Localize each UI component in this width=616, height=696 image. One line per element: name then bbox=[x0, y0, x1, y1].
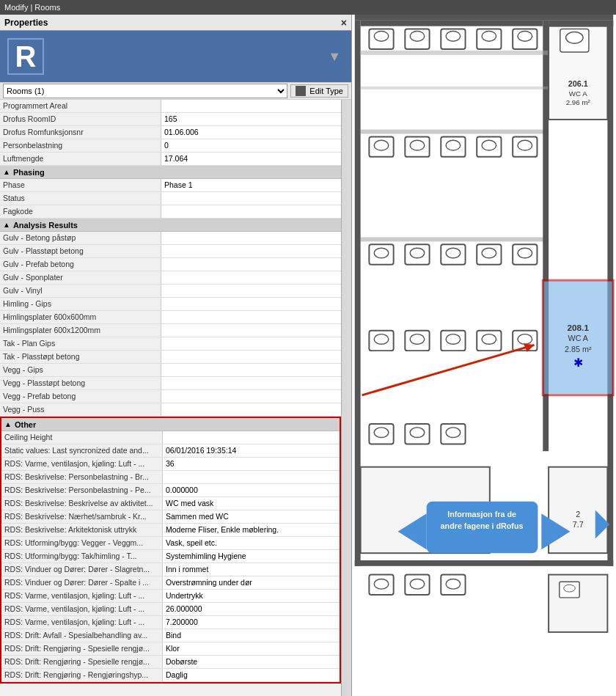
table-row: RDS: Beskrivelse: Arkitektonisk uttrykk … bbox=[1, 524, 340, 537]
prop-label: Gulv - Sponplater bbox=[0, 271, 161, 284]
prop-value: Klor bbox=[163, 642, 340, 655]
prop-label: RDS: Vinduer og Dører: Dører - Spalte i … bbox=[1, 576, 163, 589]
table-row: Vegg - Gips bbox=[0, 364, 341, 377]
prop-label: Himling - Gips bbox=[0, 298, 161, 310]
prop-value bbox=[161, 377, 341, 389]
scrollbar[interactable] bbox=[341, 100, 351, 696]
prop-label: Gulv - Betong påstøp bbox=[0, 232, 161, 244]
prop-value: 06/01/2016 19:35:14 bbox=[163, 444, 340, 457]
prop-label: RDS: Varme, ventilasjon, kjøling: Luft -… bbox=[1, 590, 163, 602]
prop-label: RDS: Vinduer og Dører: Dører - Slagretn.… bbox=[1, 563, 163, 576]
prop-value: 01.06.006 bbox=[161, 126, 341, 139]
svg-text:7.7: 7.7 bbox=[573, 520, 584, 529]
prop-value: Inn i rommet bbox=[163, 563, 340, 576]
table-row: RDS: Beskrivelse: Personbelastning - Pe.… bbox=[1, 484, 340, 497]
rooms-dropdown[interactable]: Rooms (1) bbox=[3, 84, 287, 98]
prop-label: Vegg - Gips bbox=[0, 364, 161, 376]
svg-text:Informasjon fra de: Informasjon fra de bbox=[447, 510, 516, 519]
logo-area: R ▼ bbox=[0, 31, 351, 82]
prop-label: Programmert Areal bbox=[0, 100, 161, 112]
svg-rect-24 bbox=[560, 29, 589, 52]
properties-table-wrapper: Programmert Areal Drofus RoomID 165 Drof… bbox=[0, 100, 351, 696]
prop-label: Vegg - Puss bbox=[0, 403, 161, 416]
table-row: Luftmengde 17.064 bbox=[0, 153, 341, 166]
svg-rect-11 bbox=[405, 29, 429, 49]
prop-label: Tak - Plasstøpt betong bbox=[0, 351, 161, 363]
prop-value: 36 bbox=[163, 458, 340, 470]
prop-label: Drofus RoomID bbox=[0, 113, 161, 125]
edit-type-button[interactable]: Edit Type bbox=[290, 84, 348, 98]
prop-label: RDS: Drift: Rengjøring - Rengjøringshyp.… bbox=[1, 669, 163, 681]
prop-value bbox=[161, 298, 341, 310]
analysis-header[interactable]: ▲ Analysis Results bbox=[0, 219, 341, 232]
properties-title: Properties bbox=[4, 18, 48, 28]
svg-rect-55 bbox=[405, 331, 429, 351]
prop-label: Status bbox=[0, 192, 161, 205]
table-row: Gulv - Prefab betong bbox=[0, 258, 341, 271]
svg-text:✱: ✱ bbox=[573, 356, 583, 369]
analysis-section: ▲ Analysis Results Gulv - Betong påstøp … bbox=[0, 219, 341, 417]
svg-rect-9 bbox=[369, 29, 393, 49]
svg-rect-83 bbox=[405, 575, 429, 595]
svg-rect-40 bbox=[405, 244, 429, 264]
prop-value: 7.200000 bbox=[163, 616, 340, 629]
prop-value bbox=[161, 337, 341, 350]
edit-type-icon bbox=[296, 86, 306, 96]
svg-rect-1 bbox=[355, 15, 613, 21]
logo-icon: R bbox=[7, 38, 44, 75]
svg-text:andre fagene i dRofus: andre fagene i dRofus bbox=[441, 521, 524, 530]
table-row: Gulv - Betong påstøp bbox=[0, 232, 341, 245]
title-bar: Modify | Rooms bbox=[0, 0, 616, 15]
table-row: Himlingsplater 600x1200mm bbox=[0, 324, 341, 337]
analysis-label: Analysis Results bbox=[13, 221, 78, 230]
prop-value: 26.000000 bbox=[163, 603, 340, 615]
table-row: Gulv - Vinyl bbox=[0, 285, 341, 298]
prop-value bbox=[161, 232, 341, 244]
table-row: Tak - Plasstøpt betong bbox=[0, 351, 341, 364]
content-row: Properties × R ▼ Rooms (1) Edit Type bbox=[0, 15, 616, 696]
prop-value: Phase 1 bbox=[161, 179, 341, 191]
svg-text:208.1: 208.1 bbox=[568, 323, 590, 332]
prop-value: Undertrykk bbox=[163, 590, 340, 602]
prop-value bbox=[161, 258, 341, 271]
svg-rect-53 bbox=[369, 331, 393, 351]
basic-section: Programmert Areal Drofus RoomID 165 Drof… bbox=[0, 100, 341, 166]
svg-rect-38 bbox=[369, 244, 393, 264]
other-header[interactable]: ▲ Other bbox=[1, 418, 340, 431]
svg-rect-59 bbox=[477, 331, 501, 351]
table-row: Personbelastning 0 bbox=[0, 139, 341, 153]
collapse-icon: ▲ bbox=[3, 221, 10, 229]
svg-rect-37 bbox=[361, 237, 549, 241]
prop-label: Himlingsplater 600x600mm bbox=[0, 311, 161, 323]
table-row: Status bbox=[0, 192, 341, 205]
svg-rect-88 bbox=[560, 582, 579, 598]
prop-value bbox=[161, 390, 341, 403]
svg-text:2.85 m²: 2.85 m² bbox=[565, 345, 592, 354]
close-button[interactable]: × bbox=[341, 17, 347, 29]
collapse-icon: ▲ bbox=[3, 168, 10, 176]
properties-table-scroll[interactable]: Programmert Areal Drofus RoomID 165 Drof… bbox=[0, 100, 341, 696]
table-row: Gulv - Sponplater bbox=[0, 271, 341, 285]
prop-value bbox=[161, 285, 341, 297]
phasing-header[interactable]: ▲ Phasing bbox=[0, 166, 341, 179]
prop-value bbox=[161, 311, 341, 323]
prop-label: Himlingsplater 600x1200mm bbox=[0, 324, 161, 337]
prop-value: Sammen med WC bbox=[163, 510, 340, 523]
svg-rect-67 bbox=[405, 424, 429, 444]
table-row: RDS: Beskrivelse: Nærhet/sambruk - Kr...… bbox=[1, 510, 340, 524]
svg-rect-35 bbox=[513, 136, 537, 156]
table-row: RDS: Varme, ventilasjon, kjøling: Luft -… bbox=[1, 458, 340, 471]
prop-value bbox=[161, 205, 341, 218]
table-row: Tak - Plan Gips bbox=[0, 337, 341, 351]
svg-rect-46 bbox=[513, 244, 537, 264]
svg-rect-42 bbox=[441, 244, 465, 264]
table-row: RDS: Varme, ventilasjon, kjøling: Luft -… bbox=[1, 616, 340, 629]
table-row: RDS: Varme, ventilasjon, kjøling: Luft -… bbox=[1, 590, 340, 603]
prop-value bbox=[161, 245, 341, 257]
phasing-section: ▲ Phasing Phase Phase 1 Status Fagkod bbox=[0, 166, 341, 219]
svg-text:206.1: 206.1 bbox=[568, 79, 588, 88]
table-row: Vegg - Puss bbox=[0, 403, 341, 417]
table-row: RDS: Drift: Rengjøring - Spesielle rengj… bbox=[1, 642, 340, 656]
table-row: Vegg - Plasstøpt betong bbox=[0, 377, 341, 390]
svg-rect-44 bbox=[477, 244, 501, 264]
